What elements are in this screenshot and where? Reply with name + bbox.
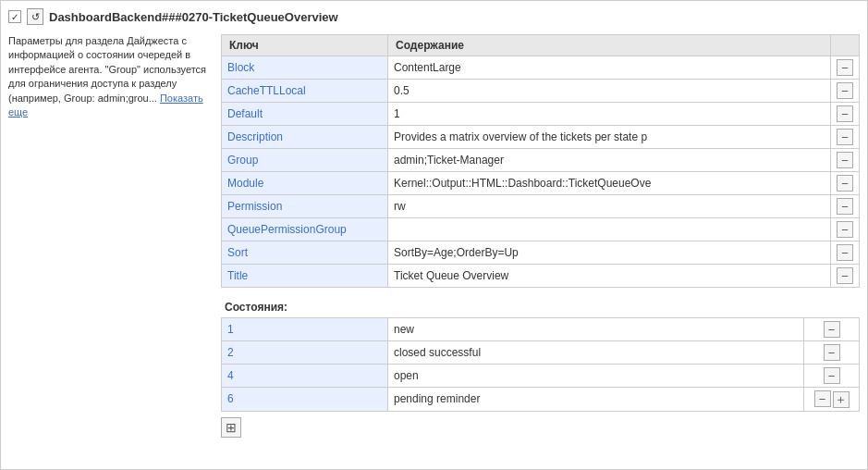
param-value: Provides a matrix overview of the ticket… <box>388 126 831 149</box>
remove-param-button[interactable]: − <box>837 175 853 192</box>
state-value: pending reminder <box>388 388 804 412</box>
remove-state-button[interactable]: − <box>824 321 840 338</box>
remove-param-button[interactable]: − <box>837 221 853 238</box>
title-bar: ↺ DashboardBackend###0270-TicketQueueOve… <box>8 8 860 25</box>
param-value: SortBy=Age;OrderBy=Up <box>388 241 831 265</box>
param-key: Title <box>222 265 388 288</box>
state-key: 6 <box>222 388 388 412</box>
remove-param-button[interactable]: − <box>837 82 853 99</box>
state-action-cell: − <box>804 365 860 388</box>
param-value: admin;Ticket-Manager <box>388 149 831 172</box>
param-remove-cell: − <box>831 195 860 218</box>
param-remove-cell: − <box>831 103 860 126</box>
right-panel: Ключ Содержание BlockContentLarge−CacheT… <box>221 34 860 438</box>
param-remove-cell: − <box>831 56 860 80</box>
state-key: 1 <box>222 318 388 341</box>
state-key: 2 <box>222 341 388 365</box>
remove-state-button[interactable]: − <box>824 367 840 384</box>
key-header: Ключ <box>222 35 388 56</box>
state-action-cell: −＋ <box>804 388 860 412</box>
add-state-button[interactable]: ⊞ <box>221 417 241 438</box>
remove-param-button[interactable]: − <box>837 267 853 284</box>
param-value <box>388 218 831 241</box>
param-remove-cell: − <box>831 126 860 149</box>
state-row: 4open− <box>222 365 860 388</box>
remove-param-button[interactable]: − <box>837 105 853 122</box>
plus-icon: ⊞ <box>226 420 237 435</box>
param-row: Permissionrw− <box>222 195 860 218</box>
param-value: ContentLarge <box>388 56 831 80</box>
param-value: rw <box>388 195 831 218</box>
param-row: Default1− <box>222 103 860 126</box>
state-key: 4 <box>222 365 388 388</box>
param-key: Sort <box>222 241 388 265</box>
remove-param-button[interactable]: − <box>837 244 853 261</box>
states-label: Состояния: <box>221 297 860 317</box>
states-table: 1new−2closed successful−4open−6pending r… <box>221 317 860 412</box>
state-value: closed successful <box>388 341 804 365</box>
param-row: QueuePermissionGroup− <box>222 218 860 241</box>
param-key: Description <box>222 126 388 149</box>
param-key: Module <box>222 172 388 195</box>
param-row: ModuleKernel::Output::HTML::Dashboard::T… <box>222 172 860 195</box>
param-remove-cell: − <box>831 241 860 265</box>
title-checkbox[interactable] <box>8 10 21 23</box>
param-row: TitleTicket Queue Overview− <box>222 265 860 288</box>
param-key: Block <box>222 56 388 80</box>
state-value: open <box>388 365 804 388</box>
page-title: DashboardBackend###0270-TicketQueueOverv… <box>49 10 338 24</box>
param-row: Groupadmin;Ticket-Manager− <box>222 149 860 172</box>
remove-param-button[interactable]: − <box>837 152 853 168</box>
state-row: 6pending reminder−＋ <box>222 388 860 412</box>
main-content: Параметры для раздела Дайджеста с информ… <box>8 34 860 438</box>
param-remove-cell: − <box>831 80 860 103</box>
page-wrapper: ↺ DashboardBackend###0270-TicketQueueOve… <box>0 0 868 470</box>
param-remove-cell: − <box>831 149 860 172</box>
param-key: Default <box>222 103 388 126</box>
refresh-icon: ↺ <box>31 11 40 23</box>
param-key: Permission <box>222 195 388 218</box>
param-key: Group <box>222 149 388 172</box>
param-remove-cell: − <box>831 172 860 195</box>
param-value: Ticket Queue Overview <box>388 265 831 288</box>
param-row: DescriptionProvides a matrix overview of… <box>222 126 860 149</box>
param-key: QueuePermissionGroup <box>222 218 388 241</box>
state-row: 2closed successful− <box>222 341 860 365</box>
state-value: new <box>388 318 804 341</box>
left-panel: Параметры для раздела Дайджеста с информ… <box>8 34 212 438</box>
param-value: 1 <box>388 103 831 126</box>
action-header <box>831 35 860 56</box>
param-key: CacheTTLLocal <box>222 80 388 103</box>
param-row: SortSortBy=Age;OrderBy=Up− <box>222 241 860 265</box>
remove-state-button[interactable]: − <box>814 390 831 407</box>
param-remove-cell: − <box>831 265 860 288</box>
remove-param-button[interactable]: − <box>837 129 853 145</box>
remove-param-button[interactable]: − <box>837 59 853 76</box>
param-value: 0.5 <box>388 80 831 103</box>
state-action-cell: − <box>804 318 860 341</box>
states-section: Состояния: 1new−2closed successful−4open… <box>221 297 860 438</box>
refresh-button[interactable]: ↺ <box>27 8 43 25</box>
params-table: Ключ Содержание BlockContentLarge−CacheT… <box>221 34 860 288</box>
state-row: 1new− <box>222 318 860 341</box>
content-header: Содержание <box>388 35 831 56</box>
add-state-inline-button[interactable]: ＋ <box>833 391 850 408</box>
remove-param-button[interactable]: − <box>837 198 853 215</box>
param-remove-cell: − <box>831 218 860 241</box>
param-row: BlockContentLarge− <box>222 56 860 80</box>
param-row: CacheTTLLocal0.5− <box>222 80 860 103</box>
state-action-cell: − <box>804 341 860 365</box>
param-value: Kernel::Output::HTML::Dashboard::TicketQ… <box>388 172 831 195</box>
remove-state-button[interactable]: − <box>824 344 840 361</box>
